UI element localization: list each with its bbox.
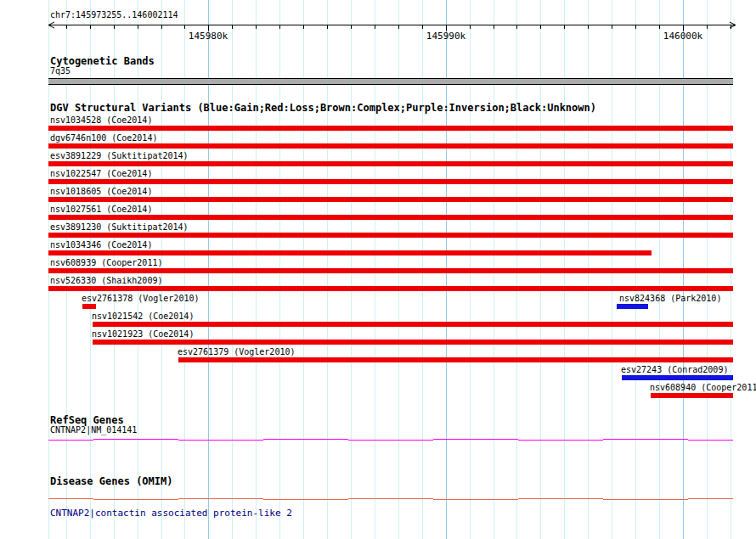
variant-bar-nsv1034346[interactable] xyxy=(48,250,652,255)
omim-gene-segment xyxy=(48,498,93,499)
variant-bar-nsv1018605[interactable] xyxy=(48,197,733,202)
refseq-gene-segment xyxy=(93,439,178,440)
refseq-gene-segment xyxy=(603,439,688,440)
variant-label: nsv824368 (Park2010) xyxy=(619,294,721,303)
variant-label: nsv1021923 (Coe2014) xyxy=(92,329,194,339)
variant-bar-dgv6746n100[interactable] xyxy=(48,143,733,149)
variant-bar-nsv1027561[interactable] xyxy=(48,215,733,220)
variant-label: nsv1021542 (Coe2014) xyxy=(92,312,194,321)
variant-label: nsv1034528 (Coe2014) xyxy=(50,115,152,125)
variant-label: esv3891229 (Suktitipat2014) xyxy=(50,151,189,160)
variant-bar-nsv824368[interactable] xyxy=(617,304,648,309)
variant-label: nsv608940 (Cooper2011 xyxy=(650,383,756,392)
omim-gene-segment xyxy=(178,498,263,499)
omim-gene-segment xyxy=(93,499,178,500)
variant-label: esv2761379 (Vogler2010) xyxy=(178,347,295,357)
variant-label: nsv1022547 (Coe2014) xyxy=(50,169,152,178)
variant-bar-esv3891230[interactable] xyxy=(48,233,733,238)
variant-bar-nsv608939[interactable] xyxy=(48,268,733,273)
omim-gene-label: CNTNAP2|contactin associated protein-lik… xyxy=(50,508,292,519)
variant-label: nsv608939 (Cooper2011) xyxy=(50,258,162,267)
variant-bar-nsv526330[interactable] xyxy=(48,286,733,291)
ruler-tick-label: 145980k xyxy=(189,31,228,42)
variant-label: esv3891230 (Suktitipat2014) xyxy=(50,222,189,232)
omim-gene-segment xyxy=(518,498,603,499)
variant-label: esv2761378 (Vogler2010) xyxy=(82,294,199,303)
refseq-gene-segment xyxy=(348,440,433,441)
refseq-gene-label: CNTNAP2|NM_014141 xyxy=(50,425,137,435)
variant-label: nsv526330 (Shaikh2009) xyxy=(50,276,162,285)
variant-label: dgv6746n100 (Coe2014) xyxy=(50,133,157,143)
omim-gene-segment xyxy=(433,499,518,500)
refseq-gene-segment xyxy=(518,440,603,441)
variant-bar-nsv1022547[interactable] xyxy=(48,179,733,184)
dgv-variants-heading: DGV Structural Variants (Blue:Gain;Red:L… xyxy=(50,103,596,114)
variant-label: nsv1034346 (Coe2014) xyxy=(50,240,152,250)
omim-gene-segment xyxy=(263,499,348,500)
variant-bar-nsv608940[interactable] xyxy=(651,393,733,398)
refseq-gene-segment xyxy=(178,440,263,441)
variant-label: esv27243 (Conrad2009) xyxy=(621,365,728,374)
variant-label: nsv1018605 (Coe2014) xyxy=(50,187,152,196)
refseq-gene-segment xyxy=(433,439,518,440)
ruler-tick-label: 146000k xyxy=(663,31,703,42)
omim-gene-segment xyxy=(348,498,433,499)
cytogenetic-band-label: 7q35 xyxy=(50,66,71,76)
variant-bar-esv2761378[interactable] xyxy=(82,304,96,309)
ruler-tick-label: 145990k xyxy=(426,31,466,42)
variant-bar-nsv1021542[interactable] xyxy=(93,322,733,327)
refseq-gene-segment xyxy=(688,440,733,441)
omim-genes-heading: Disease Genes (OMIM) xyxy=(50,476,173,487)
omim-gene-segment xyxy=(603,499,688,500)
omim-gene-segment xyxy=(688,498,733,499)
variant-bar-nsv1034528[interactable] xyxy=(48,126,733,131)
coordinate-ruler: 145980k145990k146000k xyxy=(0,0,756,44)
variant-bar-esv2761379[interactable] xyxy=(178,357,733,362)
variant-bar-nsv1021923[interactable] xyxy=(93,340,733,345)
refseq-gene-segment xyxy=(263,439,348,440)
genome-browser-view: chr7:145973255..146002114 Cytogenetic Ba… xyxy=(0,0,756,539)
cytogenetic-band-bar[interactable] xyxy=(48,78,733,85)
refseq-gene-segment xyxy=(48,440,93,441)
variant-bar-esv3891229[interactable] xyxy=(48,161,733,166)
variant-bar-esv27243[interactable] xyxy=(622,375,733,380)
variant-label: nsv1027561 (Coe2014) xyxy=(50,205,152,214)
